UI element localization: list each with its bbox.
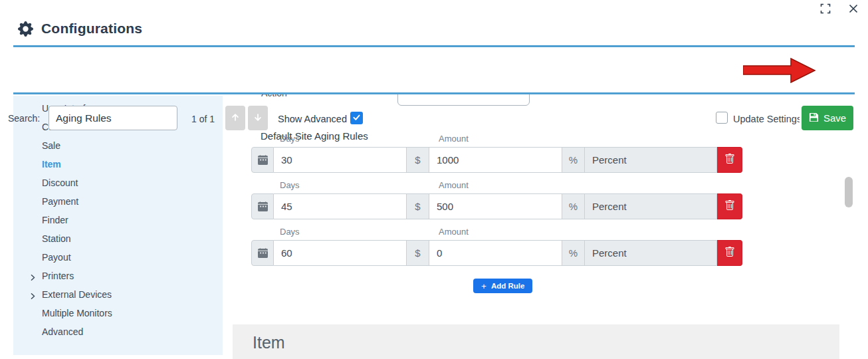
update-checkbox[interactable] — [716, 112, 728, 124]
window-controls — [820, 3, 859, 14]
days-label: Days — [280, 180, 300, 190]
dollar-icon: $ — [407, 193, 429, 219]
calendar-icon — [251, 147, 274, 173]
show-advanced-label: Show Advanced — [278, 114, 347, 124]
section-heading: Default Site Aging Rules — [261, 130, 368, 142]
unit-select[interactable]: Percent — [585, 147, 717, 173]
days-label: Days — [280, 134, 300, 144]
amount-input[interactable] — [429, 240, 562, 266]
amount-label: Amount — [439, 180, 469, 190]
percent-icon: % — [562, 240, 585, 266]
configurations-window: Configurations Action Default Site Aging… — [0, 0, 868, 359]
calendar-icon — [251, 240, 274, 266]
delete-rule-button[interactable] — [717, 240, 742, 266]
percent-icon: % — [562, 147, 585, 173]
header: Configurations — [18, 21, 142, 37]
title-divider — [13, 45, 855, 47]
page-title: Configurations — [41, 21, 142, 37]
close-icon[interactable] — [848, 3, 859, 14]
delete-rule-button[interactable] — [717, 147, 742, 173]
gear-icon — [18, 21, 33, 37]
arrow-up-icon — [231, 112, 240, 124]
fullscreen-icon[interactable] — [820, 3, 831, 14]
amount-label: Amount — [439, 227, 469, 237]
show-advanced-checkbox[interactable] — [350, 112, 363, 124]
toolbar: Search: 1 of 1 Show Advanced Update Sett… — [0, 47, 868, 92]
dollar-icon: $ — [407, 147, 429, 173]
save-label: Save — [823, 112, 846, 124]
unit-select[interactable]: Percent — [585, 193, 717, 219]
search-label: Search: — [8, 113, 40, 124]
trash-icon — [724, 247, 735, 259]
days-input[interactable] — [274, 147, 407, 173]
add-rule-button[interactable]: + Add Rule — [473, 279, 532, 293]
add-rule-label: Add Rule — [491, 282, 524, 290]
save-icon — [809, 112, 819, 124]
amount-input[interactable] — [429, 147, 562, 173]
days-input[interactable] — [274, 193, 407, 219]
search-next-button[interactable] — [248, 106, 268, 130]
amount-label: Amount — [439, 134, 469, 144]
vertical-scrollbar-thumb[interactable] — [845, 177, 853, 207]
delete-rule-button[interactable] — [717, 193, 742, 219]
calendar-icon — [251, 193, 274, 219]
arrow-down-icon — [253, 112, 263, 124]
days-input[interactable] — [274, 240, 407, 266]
dollar-icon: $ — [407, 240, 429, 266]
plus-icon: + — [481, 281, 487, 291]
save-button[interactable]: Save — [802, 106, 853, 130]
update-checkbox-label: Update Settings — [733, 114, 800, 124]
unit-select[interactable]: Percent — [585, 240, 717, 266]
percent-icon: % — [562, 193, 585, 219]
search-match-count: 1 of 1 — [191, 114, 215, 124]
days-label: Days — [280, 227, 300, 237]
search-previous-button[interactable] — [225, 106, 245, 130]
trash-icon — [724, 154, 735, 166]
amount-input[interactable] — [429, 193, 562, 219]
search-input[interactable] — [49, 106, 177, 130]
item-section-title: Item — [253, 333, 285, 352]
trash-icon — [724, 200, 735, 213]
item-section-panel: Item — [233, 324, 839, 359]
check-icon — [352, 112, 361, 124]
toolbar-divider — [13, 92, 855, 94]
